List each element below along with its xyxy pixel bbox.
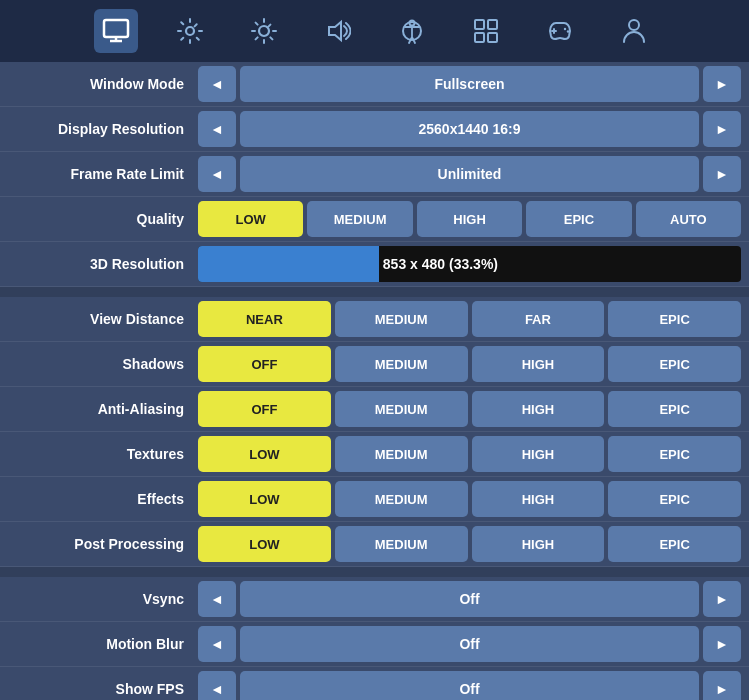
anti-aliasing-label: Anti-Aliasing <box>8 401 198 417</box>
nav-brightness-icon[interactable] <box>242 9 286 53</box>
post-processing-btn-low[interactable]: LOW <box>198 526 331 562</box>
vsync-prev[interactable]: ◄ <box>198 581 236 617</box>
svg-point-4 <box>259 26 269 36</box>
post-processing-btn-epic[interactable]: EPIC <box>608 526 741 562</box>
svg-rect-11 <box>488 33 497 42</box>
svg-point-16 <box>629 20 639 30</box>
show-fps-prev[interactable]: ◄ <box>198 671 236 700</box>
nav-display-icon[interactable] <box>94 9 138 53</box>
show-fps-label: Show FPS <box>8 681 198 697</box>
separator-2 <box>0 567 749 577</box>
svg-point-15 <box>566 30 568 32</box>
show-fps-row: Show FPS ◄ Off ► <box>0 667 749 700</box>
view-distance-btn-far[interactable]: FAR <box>472 301 605 337</box>
vsync-selector: ◄ Off ► <box>198 581 741 617</box>
shadows-btn-epic[interactable]: EPIC <box>608 346 741 382</box>
show-fps-selector: ◄ Off ► <box>198 671 741 700</box>
view-distance-btn-near[interactable]: NEAR <box>198 301 331 337</box>
nav-gear-icon[interactable] <box>168 9 212 53</box>
effects-btn-high[interactable]: HIGH <box>472 481 605 517</box>
quality-btn-auto[interactable]: AUTO <box>636 201 741 237</box>
shadows-btn-high[interactable]: HIGH <box>472 346 605 382</box>
svg-rect-8 <box>475 20 484 29</box>
quality-btn-low[interactable]: LOW <box>198 201 303 237</box>
post-processing-label: Post Processing <box>8 536 198 552</box>
3d-resolution-row: 3D Resolution 853 x 480 (33.3%) <box>0 242 749 287</box>
textures-btn-high[interactable]: HIGH <box>472 436 605 472</box>
textures-btn-epic[interactable]: EPIC <box>608 436 741 472</box>
top-navigation <box>0 0 749 62</box>
post-processing-btn-high[interactable]: HIGH <box>472 526 605 562</box>
3d-resolution-bar[interactable]: 853 x 480 (33.3%) <box>198 246 741 282</box>
nav-gamepad-icon[interactable] <box>538 9 582 53</box>
frame-rate-label: Frame Rate Limit <box>8 166 198 182</box>
separator-1 <box>0 287 749 297</box>
show-fps-next[interactable]: ► <box>703 671 741 700</box>
frame-rate-prev[interactable]: ◄ <box>198 156 236 192</box>
vsync-next[interactable]: ► <box>703 581 741 617</box>
anti-aliasing-buttons: OFF MEDIUM HIGH EPIC <box>198 391 741 427</box>
window-mode-row: Window Mode ◄ Fullscreen ► <box>0 62 749 107</box>
nav-sound-icon[interactable] <box>316 9 360 53</box>
shadows-row: Shadows OFF MEDIUM HIGH EPIC <box>0 342 749 387</box>
anti-aliasing-row: Anti-Aliasing OFF MEDIUM HIGH EPIC <box>0 387 749 432</box>
textures-row: Textures LOW MEDIUM HIGH EPIC <box>0 432 749 477</box>
nav-user-icon[interactable] <box>612 9 656 53</box>
effects-btn-epic[interactable]: EPIC <box>608 481 741 517</box>
display-resolution-next[interactable]: ► <box>703 111 741 147</box>
quality-btn-epic[interactable]: EPIC <box>526 201 631 237</box>
view-distance-row: View Distance NEAR MEDIUM FAR EPIC <box>0 297 749 342</box>
post-processing-row: Post Processing LOW MEDIUM HIGH EPIC <box>0 522 749 567</box>
nav-network-icon[interactable] <box>464 9 508 53</box>
view-distance-btn-medium[interactable]: MEDIUM <box>335 301 468 337</box>
textures-label: Textures <box>8 446 198 462</box>
window-mode-prev[interactable]: ◄ <box>198 66 236 102</box>
svg-rect-10 <box>475 33 484 42</box>
view-distance-label: View Distance <box>8 311 198 327</box>
quality-row: Quality LOW MEDIUM HIGH EPIC AUTO <box>0 197 749 242</box>
view-distance-buttons: NEAR MEDIUM FAR EPIC <box>198 301 741 337</box>
frame-rate-next[interactable]: ► <box>703 156 741 192</box>
quality-label: Quality <box>8 211 198 227</box>
3d-resolution-value: 853 x 480 (33.3%) <box>379 256 498 272</box>
effects-row: Effects LOW MEDIUM HIGH EPIC <box>0 477 749 522</box>
motion-blur-label: Motion Blur <box>8 636 198 652</box>
vsync-label: Vsync <box>8 591 198 607</box>
display-resolution-prev[interactable]: ◄ <box>198 111 236 147</box>
effects-btn-low[interactable]: LOW <box>198 481 331 517</box>
motion-blur-row: Motion Blur ◄ Off ► <box>0 622 749 667</box>
post-processing-btn-medium[interactable]: MEDIUM <box>335 526 468 562</box>
anti-aliasing-btn-epic[interactable]: EPIC <box>608 391 741 427</box>
view-distance-btn-epic[interactable]: EPIC <box>608 301 741 337</box>
quality-btn-high[interactable]: HIGH <box>417 201 522 237</box>
shadows-buttons: OFF MEDIUM HIGH EPIC <box>198 346 741 382</box>
nav-accessibility-icon[interactable] <box>390 9 434 53</box>
anti-aliasing-btn-off[interactable]: OFF <box>198 391 331 427</box>
shadows-btn-off[interactable]: OFF <box>198 346 331 382</box>
window-mode-next[interactable]: ► <box>703 66 741 102</box>
effects-btn-medium[interactable]: MEDIUM <box>335 481 468 517</box>
effects-label: Effects <box>8 491 198 507</box>
frame-rate-selector: ◄ Unlimited ► <box>198 156 741 192</box>
3d-resolution-label: 3D Resolution <box>8 256 198 272</box>
post-processing-buttons: LOW MEDIUM HIGH EPIC <box>198 526 741 562</box>
motion-blur-prev[interactable]: ◄ <box>198 626 236 662</box>
display-resolution-value: 2560x1440 16:9 <box>240 111 699 147</box>
motion-blur-next[interactable]: ► <box>703 626 741 662</box>
effects-buttons: LOW MEDIUM HIGH EPIC <box>198 481 741 517</box>
window-mode-selector: ◄ Fullscreen ► <box>198 66 741 102</box>
textures-btn-low[interactable]: LOW <box>198 436 331 472</box>
anti-aliasing-btn-medium[interactable]: MEDIUM <box>335 391 468 427</box>
display-resolution-selector: ◄ 2560x1440 16:9 ► <box>198 111 741 147</box>
textures-btn-medium[interactable]: MEDIUM <box>335 436 468 472</box>
quality-btn-medium[interactable]: MEDIUM <box>307 201 412 237</box>
vsync-value: Off <box>240 581 699 617</box>
motion-blur-selector: ◄ Off ► <box>198 626 741 662</box>
show-fps-value: Off <box>240 671 699 700</box>
anti-aliasing-btn-high[interactable]: HIGH <box>472 391 605 427</box>
quality-buttons: LOW MEDIUM HIGH EPIC AUTO <box>198 201 741 237</box>
3d-resolution-fill <box>198 246 379 282</box>
frame-rate-value: Unlimited <box>240 156 699 192</box>
shadows-label: Shadows <box>8 356 198 372</box>
shadows-btn-medium[interactable]: MEDIUM <box>335 346 468 382</box>
